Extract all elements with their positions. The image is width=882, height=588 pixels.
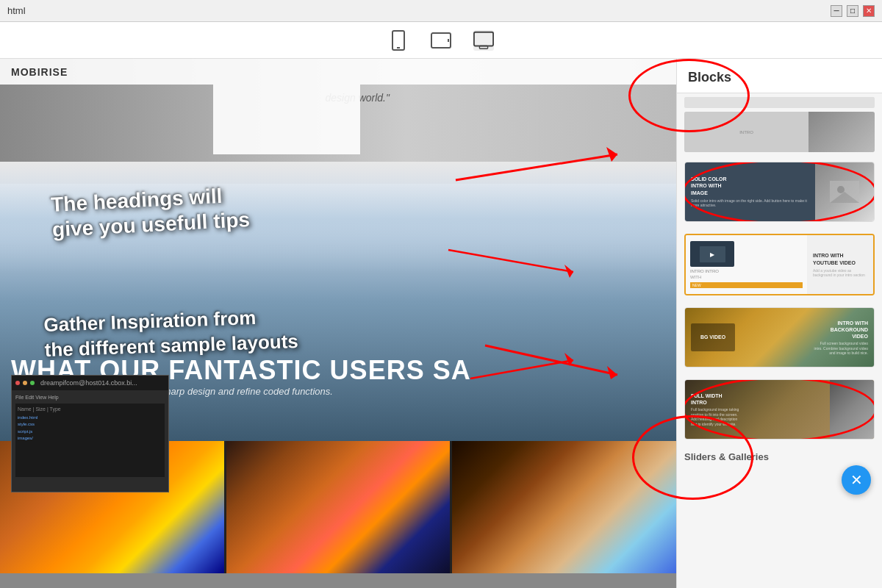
titlebar: html ─ □ ✕ [0,0,882,22]
svg-rect-6 [479,46,487,49]
block-solid-preview: SOLID COLORINTRO WITHIMAGE Solid color i… [685,162,874,221]
block-yt-left: INTRO INTROWITH NEW [686,235,807,294]
bottom-image-2 [226,441,451,573]
chat-popup-title: dreampifcom@host014.cbox.bi... [40,379,137,387]
blocks-panel-title: Blocks [677,59,882,93]
chat-popup-header: dreampifcom@host014.cbox.bi... [12,376,168,390]
block-bgvideo-intro[interactable]: BG VIDEO INTRO WITHBACKGROUNDVIDEO Full … [684,307,875,368]
block-bgvid-title-text: INTRO WITHBACKGROUNDVIDEO [814,320,868,340]
chat-popup: dreampifcom@host014.cbox.bi... File Edit… [11,375,169,492]
top-cut-block-right [808,112,875,152]
block-solid-img-content [815,162,874,221]
block-yt-badge: NEW [690,282,803,288]
chat-list-header: Name | Size | Type [18,406,162,413]
block-fullwidth-title-area: FULL WIDTHINTRO Full background image ta… [691,392,739,426]
block-bgvid-left-info: BG VIDEO [691,323,735,351]
mobile-view-button[interactable] [388,30,409,51]
preview-white-box [213,85,360,154]
svg-point-12 [837,186,845,193]
canvas-area: MOBIRISE design world." The headings wil… [0,59,676,588]
maximize-button[interactable]: □ [847,5,858,17]
blocks-panel: Blocks INTRO SOLID COLORINTRO WITHIMAGE … [676,59,882,588]
device-toolbar [0,22,882,59]
desktop-view-button[interactable] [473,30,494,51]
preview-top-section: MOBIRISE design world." [0,59,676,162]
block-fullwidth-desc: Full background image takingposition to … [691,407,739,426]
block-solid-left: SOLID COLORINTRO WITHIMAGE Solid color i… [685,162,815,221]
block-solid-title: SOLID COLORINTRO WITHIMAGE [691,176,809,196]
bottom-image-3 [452,441,676,573]
window-controls: ─ □ ✕ [831,5,875,17]
block-yt-thumbnail [690,241,734,267]
preview-navbar: MOBIRISE [0,59,676,85]
block-bgvid-preview: BG VIDEO INTRO WITHBACKGROUNDVIDEO Full … [685,308,874,367]
title-text: html [7,5,26,16]
block-fullwidth-title-text: FULL WIDTHINTRO [691,392,739,406]
block-fullwidth-intro[interactable]: FULL WIDTHINTRO Full background image ta… [684,379,875,440]
close-panel-button[interactable]: ✕ [842,465,871,495]
block-yt-player [700,246,725,262]
block-bgvid-thumb-text: BG VIDEO [700,334,725,340]
fab-container: ✕ [677,465,882,509]
top-cut-label: INTRO [739,130,753,135]
block-solid-color-intro[interactable]: SOLID COLORINTRO WITHIMAGE Solid color i… [684,162,875,222]
block-yt-preview: INTRO INTROWITH NEW INTRO WITHYOUTUBE VI… [686,235,873,294]
block-bgvid-desc: Full screen background videointro. Combi… [814,341,868,356]
tablet-view-button[interactable] [431,30,451,51]
block-bgvid-thumbnail: BG VIDEO [691,323,735,351]
tip-text-2: Gather Inspiration from the different sa… [43,304,298,363]
website-preview: MOBIRISE design world." The headings wil… [0,59,676,588]
close-button[interactable]: ✕ [863,5,875,17]
top-partial-block [684,97,875,108]
chat-min-dot [23,381,27,385]
block-bgvid-title-area: INTRO WITHBACKGROUNDVIDEO Full screen ba… [814,320,868,356]
tip-text-1: The headings will give you usefull tips [50,182,250,242]
minimize-button[interactable]: ─ [831,5,842,17]
chat-file-list: Name | Size | Type index.htmlstyle.csssc… [15,404,165,477]
block-yt-title: INTRO WITHYOUTUBE VIDEO [813,252,867,265]
block-fullwidth-preview: FULL WIDTHINTRO Full background image ta… [685,380,874,439]
sliders-section-label: Sliders & Galleries [677,445,882,465]
block-youtube-intro[interactable]: INTRO INTROWITH NEW INTRO WITHYOUTUBE VI… [684,234,875,295]
block-solid-desc: Solid color intro with image on the righ… [691,198,809,208]
main-layout: MOBIRISE design world." The headings wil… [0,59,882,588]
top-cut-block[interactable]: INTRO [684,112,875,152]
top-cut-block-left: INTRO [684,112,808,152]
block-yt-right: INTRO WITHYOUTUBE VIDEO Add a youtube vi… [807,235,873,294]
chat-list-items: index.htmlstyle.cssscript.jsimages/ [18,415,162,442]
block-solid-image [815,162,874,221]
chat-menu-bar: File Edit View Help [15,394,165,401]
svg-rect-4 [474,32,493,46]
chat-max-dot [30,381,35,385]
block-yt-desc: Add a youtube video as background in you… [813,268,867,277]
preview-logo: MOBIRISE [11,66,68,78]
chat-close-dot [15,381,20,385]
block-fullwidth-image [830,380,874,439]
chat-popup-body: File Edit View Help Name | Size | Type i… [12,390,168,481]
block-yt-mini-text: INTRO INTROWITH [690,269,803,279]
